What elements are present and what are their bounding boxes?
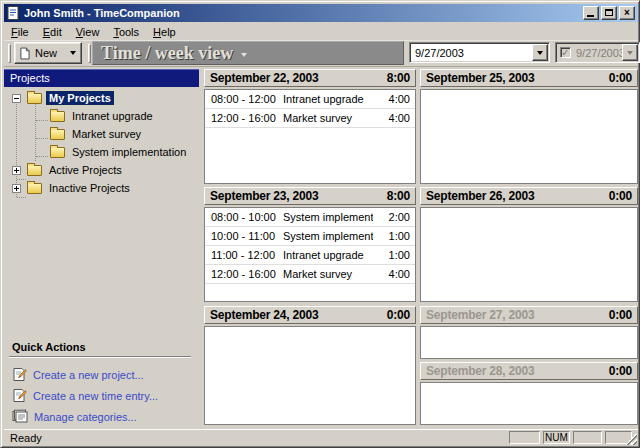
entry-project: Market survey: [283, 112, 373, 124]
tree-item-inactive-projects[interactable]: Inactive Projects: [12, 179, 133, 197]
toolbar: New Time / week view 9/27/2003 ✓ 9/27/20…: [4, 40, 638, 67]
day-entry-list[interactable]: [420, 382, 638, 425]
menu-file[interactable]: File: [4, 24, 36, 40]
tree-item-label[interactable]: Intranet upgrade: [69, 109, 156, 123]
projects-header: Projects: [4, 69, 199, 87]
title-bar[interactable]: John Smith - TimeCompanion ×: [4, 4, 638, 22]
maximize-button[interactable]: [601, 6, 617, 20]
tree-item-label[interactable]: Market survey: [69, 127, 144, 141]
resize-grip[interactable]: [625, 433, 637, 445]
date-combobox[interactable]: 9/27/2003: [409, 42, 550, 63]
day-entry-list[interactable]: [420, 207, 638, 302]
menu-help[interactable]: Help: [146, 24, 183, 40]
status-pane-num-lock: NUM: [543, 431, 570, 444]
day-header[interactable]: September 24, 2003 0:00: [204, 306, 416, 324]
time-entry-row[interactable]: 08:00 - 10:00 System implementation 2:00: [205, 208, 415, 227]
new-button[interactable]: New: [14, 42, 82, 64]
tree-item-active-projects[interactable]: Active Projects: [12, 161, 125, 179]
view-selector-label: Time / week view: [101, 43, 233, 64]
day-entry-list[interactable]: 08:00 - 10:00 System implementation 2:00…: [204, 207, 416, 302]
folder-icon: [50, 111, 65, 122]
create-project-label: Create a new project...: [33, 369, 144, 381]
time-entry-row[interactable]: 12:00 - 16:00 Market survey 4:00: [205, 265, 415, 284]
day-panel-sep28: September 28, 2003 0:00: [420, 362, 638, 425]
day-header[interactable]: September 25, 2003 0:00: [420, 69, 638, 87]
day-entry-list[interactable]: [420, 89, 638, 184]
day-header[interactable]: September 26, 2003 0:00: [420, 187, 638, 205]
close-button[interactable]: ×: [619, 6, 635, 20]
end-date-dropdown-button: [622, 44, 638, 61]
menu-edit[interactable]: Edit: [36, 24, 69, 40]
menu-file-rest: ile: [18, 26, 29, 38]
entry-time-range: 08:00 - 12:00: [205, 93, 283, 105]
manage-categories-label: Manage categories...: [34, 411, 137, 423]
menu-view[interactable]: View: [69, 24, 107, 40]
collapse-icon[interactable]: [12, 94, 21, 103]
day-date: September 26, 2003: [426, 189, 534, 203]
day-entry-list[interactable]: 08:00 - 12:00 Intranet upgrade 4:00 12:0…: [204, 89, 416, 184]
menu-tools-rest: ools: [119, 26, 139, 38]
minimize-icon: [587, 15, 594, 17]
expand-icon[interactable]: [12, 166, 21, 175]
day-entry-list[interactable]: [420, 326, 638, 359]
day-header[interactable]: September 22, 2003 8:00: [204, 69, 416, 87]
entry-project: Intranet upgrade: [283, 249, 373, 261]
status-pane-empty-1: [509, 431, 540, 444]
entry-time-range: 12:00 - 16:00: [205, 112, 283, 124]
view-dropdown-icon: [241, 53, 247, 57]
date-dropdown-button[interactable]: [532, 44, 548, 61]
day-entry-list[interactable]: [204, 326, 416, 425]
manage-categories-link[interactable]: Manage categories...: [4, 406, 199, 427]
day-total: 0:00: [609, 71, 632, 85]
tree-item-label[interactable]: System implementation: [69, 145, 189, 159]
time-entry-row[interactable]: 10:00 - 11:00 System implementation 1:00: [205, 227, 415, 246]
day-total: 0:00: [387, 308, 410, 322]
dropdown-arrow-icon-disabled: [627, 51, 633, 55]
new-document-icon: [20, 47, 30, 60]
tree-item-market-survey[interactable]: Market survey: [44, 125, 144, 143]
day-date: September 23, 2003: [210, 189, 318, 203]
toolbar-gripper-2[interactable]: [88, 44, 91, 63]
tree-item-label[interactable]: Active Projects: [46, 163, 125, 177]
check-icon: ✓: [561, 48, 569, 58]
entry-duration: 1:00: [373, 249, 415, 261]
day-header[interactable]: September 23, 2003 8:00: [204, 187, 416, 205]
day-header[interactable]: September 27, 2003 0:00: [420, 306, 638, 324]
minimize-button[interactable]: [583, 6, 599, 20]
day-panel-sep22: September 22, 2003 8:00 08:00 - 12:00 In…: [204, 69, 416, 184]
entry-time-range: 10:00 - 11:00: [205, 230, 283, 242]
time-entry-row[interactable]: 12:00 - 16:00 Market survey 4:00: [205, 109, 415, 128]
maximize-icon: [605, 9, 613, 16]
status-pane-empty-2: [573, 431, 602, 444]
create-time-entry-link[interactable]: Create a new time entry...: [4, 385, 199, 406]
entry-project: System implementation: [283, 211, 373, 223]
day-total: 0:00: [609, 364, 632, 378]
projects-sidebar: Projects My Projects Intranet upgrade Ma…: [4, 69, 201, 429]
time-entry-row[interactable]: 11:00 - 12:00 Intranet upgrade 1:00: [205, 246, 415, 265]
tree-item-label[interactable]: My Projects: [46, 91, 114, 105]
folder-icon: [50, 147, 65, 158]
new-item-icon: [12, 388, 27, 403]
create-project-link[interactable]: Create a new project...: [4, 364, 199, 385]
tree-item-intranet-upgrade[interactable]: Intranet upgrade: [44, 107, 156, 125]
day-panel-sep25: September 25, 2003 0:00: [420, 69, 638, 184]
entry-project: Intranet upgrade: [283, 93, 373, 105]
folder-icon: [50, 129, 65, 140]
quick-actions-title: Quick Actions: [4, 341, 199, 353]
app-icon: [7, 6, 20, 20]
tree-item-system-implementation[interactable]: System implementation: [44, 143, 189, 161]
entry-project: Market survey: [283, 268, 373, 280]
day-total: 8:00: [387, 71, 410, 85]
view-selector[interactable]: Time / week view: [92, 41, 404, 65]
tree-item-label[interactable]: Inactive Projects: [46, 181, 133, 195]
menu-tools[interactable]: Tools: [106, 24, 146, 40]
tree-item-my-projects[interactable]: My Projects: [12, 89, 114, 107]
entry-time-range: 11:00 - 12:00: [205, 249, 283, 261]
day-date: September 25, 2003: [426, 71, 534, 85]
day-header[interactable]: September 28, 2003 0:00: [420, 362, 638, 380]
toolbar-gripper[interactable]: [8, 44, 11, 63]
time-entry-row[interactable]: 08:00 - 12:00 Intranet upgrade 4:00: [205, 90, 415, 109]
entry-duration: 1:00: [373, 230, 415, 242]
expand-icon[interactable]: [12, 184, 21, 193]
menu-help-accel: H: [153, 26, 161, 38]
